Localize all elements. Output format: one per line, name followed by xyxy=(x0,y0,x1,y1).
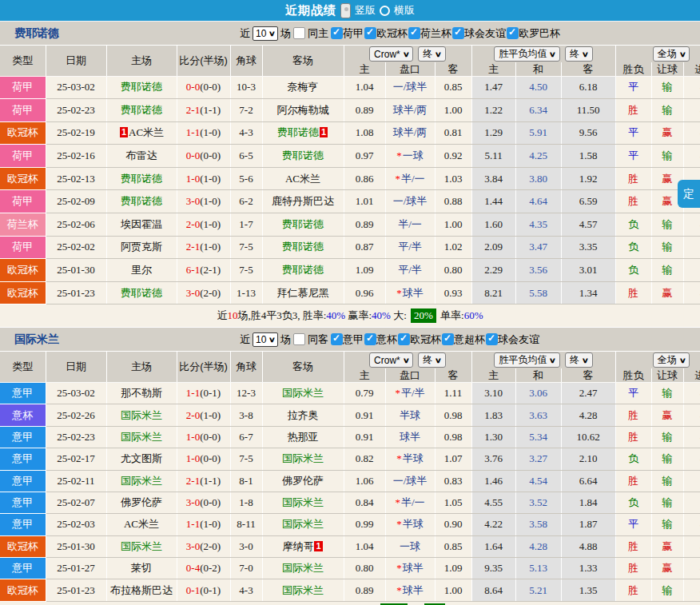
team-link[interactable]: 国际米兰 xyxy=(282,584,324,596)
pin-tab-button[interactable]: 定 xyxy=(678,180,700,208)
score-cell: 1-0(1-0) xyxy=(177,167,230,190)
league-checkbox[interactable] xyxy=(452,27,464,39)
corner-count: 6-2 xyxy=(230,190,262,213)
league-checkbox[interactable] xyxy=(486,333,498,345)
team-link[interactable]: 国际米兰 xyxy=(121,475,162,487)
team-link[interactable]: 那不勒斯 xyxy=(121,387,162,399)
team-link[interactable]: 国际米兰 xyxy=(282,387,324,399)
team-link[interactable]: 费耶诺德 xyxy=(121,195,162,207)
league-type-badge[interactable]: 荷甲 xyxy=(0,145,46,168)
mean-odds-select[interactable]: 胜平负均值∨ xyxy=(494,352,560,368)
home-team-cell: 费耶诺德 xyxy=(106,190,177,213)
team-link[interactable]: 费耶诺德 xyxy=(282,264,324,276)
team-link[interactable]: 费耶诺德 xyxy=(282,241,324,253)
league-type-badge[interactable]: 意杯 xyxy=(0,404,46,426)
vertical-layout-radio[interactable] xyxy=(340,3,351,18)
match-count-select[interactable]: 10∨ xyxy=(253,26,278,41)
team-link[interactable]: 费耶诺德 xyxy=(282,218,324,230)
league-type-badge[interactable]: 欧冠杯 xyxy=(0,167,46,190)
league-type-badge[interactable]: 意甲 xyxy=(0,382,46,404)
team-link[interactable]: 莱切 xyxy=(131,562,152,574)
team-link[interactable]: 国际米兰 xyxy=(121,431,162,443)
handicap-cell: *平/半 xyxy=(385,382,435,404)
team-link[interactable]: 费耶诺德 xyxy=(282,149,324,161)
league-checkbox[interactable] xyxy=(364,27,376,39)
league-checkbox[interactable] xyxy=(331,27,343,39)
team-link[interactable]: 佛罗伦萨 xyxy=(282,475,324,487)
team-link[interactable]: 费耶诺德 xyxy=(277,126,319,138)
team-link[interactable]: 布拉格斯巴达 xyxy=(110,584,173,596)
league-type-badge[interactable]: 荷甲 xyxy=(0,236,46,259)
league-type-badge[interactable]: 欧冠杯 xyxy=(0,535,46,557)
away-odds: 0.92 xyxy=(435,145,471,168)
league-type-badge[interactable]: 意甲 xyxy=(0,470,46,492)
team-link[interactable]: 埃因霍温 xyxy=(121,218,162,230)
team-link[interactable]: 摩纳哥 xyxy=(282,540,313,552)
bookmaker-select[interactable]: Crow*∨ xyxy=(369,46,413,62)
league-type-badge[interactable]: 荷甲 xyxy=(0,76,46,99)
team-link[interactable]: 里尔 xyxy=(131,264,152,276)
team-link[interactable]: 尤文图斯 xyxy=(121,452,162,464)
period-select[interactable]: 全场∨ xyxy=(653,352,690,368)
home-team-cell: 费耶诺德 xyxy=(106,99,177,122)
mean-odds-select[interactable]: 胜平负均值∨ xyxy=(494,46,560,62)
team-link[interactable]: 拜仁慕尼黑 xyxy=(277,287,329,299)
team-link[interactable]: 费耶诺德 xyxy=(121,287,162,299)
odds-stage-select[interactable]: 终∨ xyxy=(418,352,446,368)
league-type-badge[interactable]: 欧冠杯 xyxy=(0,259,46,282)
league-type-badge[interactable]: 荷兰杯 xyxy=(0,213,46,237)
away-odds: 0.98 xyxy=(435,404,471,426)
same-venue-checkbox[interactable] xyxy=(293,333,305,345)
match-row: 欧冠杯25-01-23费耶诺德3-0(2-0)1-13拜仁慕尼黑0.96*球半0… xyxy=(0,281,700,304)
team-link[interactable]: 国际米兰 xyxy=(282,496,324,508)
league-type-badge[interactable]: 意甲 xyxy=(0,514,46,535)
team-link[interactable]: 费耶诺德 xyxy=(121,173,162,185)
period-select[interactable]: 全场∨ xyxy=(653,46,690,62)
odds-stage-select[interactable]: 终∨ xyxy=(418,46,446,62)
team-link[interactable]: 费耶诺德 xyxy=(121,104,162,116)
league-checkbox[interactable] xyxy=(442,333,454,345)
league-type-badge[interactable]: 欧冠杯 xyxy=(0,121,46,145)
handicap-result-value: 输 xyxy=(651,213,683,237)
team-link[interactable]: 奈梅亨 xyxy=(288,81,319,93)
league-type-badge[interactable]: 欧冠杯 xyxy=(0,281,46,304)
league-checkbox[interactable] xyxy=(398,333,410,345)
team-link[interactable]: 鹿特丹斯巴达 xyxy=(272,195,334,207)
mean-stage-select[interactable]: 终∨ xyxy=(565,352,593,368)
team-link[interactable]: 国际米兰 xyxy=(282,562,324,574)
team-link[interactable]: AC米兰 xyxy=(124,518,159,530)
league-type-badge[interactable]: 意甲 xyxy=(0,448,46,470)
team-link[interactable]: 拉齐奥 xyxy=(288,409,319,421)
fulltime-score: 1-1 xyxy=(186,387,200,399)
league-checkbox[interactable] xyxy=(507,27,519,39)
horizontal-layout-radio[interactable] xyxy=(380,6,390,16)
mean-home-odds: 2.09 xyxy=(471,236,515,259)
mean-stage-select[interactable]: 终∨ xyxy=(565,46,593,62)
fulltime-score: 3-0 xyxy=(186,540,200,552)
league-type-badge[interactable]: 荷甲 xyxy=(0,190,46,213)
same-venue-checkbox[interactable] xyxy=(293,27,305,39)
team-link[interactable]: 费耶诺德 xyxy=(121,81,162,93)
league-checkbox[interactable] xyxy=(408,27,420,39)
team-link[interactable]: AC米兰 xyxy=(129,126,164,138)
league-checkbox[interactable] xyxy=(331,333,343,345)
league-type-badge[interactable]: 荷甲 xyxy=(0,99,46,122)
team-link[interactable]: AC米兰 xyxy=(285,173,320,185)
team-link[interactable]: 佛罗伦萨 xyxy=(121,496,162,508)
team-link[interactable]: 国际米兰 xyxy=(282,518,324,530)
team-link[interactable]: 布雷达 xyxy=(126,149,157,161)
halftime-score: (1-1) xyxy=(200,475,221,487)
team-link[interactable]: 阿尔梅勒城 xyxy=(277,104,329,116)
team-link[interactable]: 国际米兰 xyxy=(282,452,324,464)
league-type-badge[interactable]: 欧冠杯 xyxy=(0,579,46,601)
team-link[interactable]: 国际米兰 xyxy=(121,540,162,552)
league-type-badge[interactable]: 意甲 xyxy=(0,558,46,579)
league-type-badge[interactable]: 意甲 xyxy=(0,426,46,448)
team-link[interactable]: 国际米兰 xyxy=(121,409,162,421)
team-link[interactable]: 阿贾克斯 xyxy=(121,241,162,253)
league-type-badge[interactable]: 意甲 xyxy=(0,492,46,513)
match-count-select[interactable]: 10∨ xyxy=(253,332,278,347)
team-link[interactable]: 热那亚 xyxy=(288,431,319,443)
bookmaker-select[interactable]: Crow*∨ xyxy=(369,352,413,368)
league-checkbox[interactable] xyxy=(364,333,376,345)
